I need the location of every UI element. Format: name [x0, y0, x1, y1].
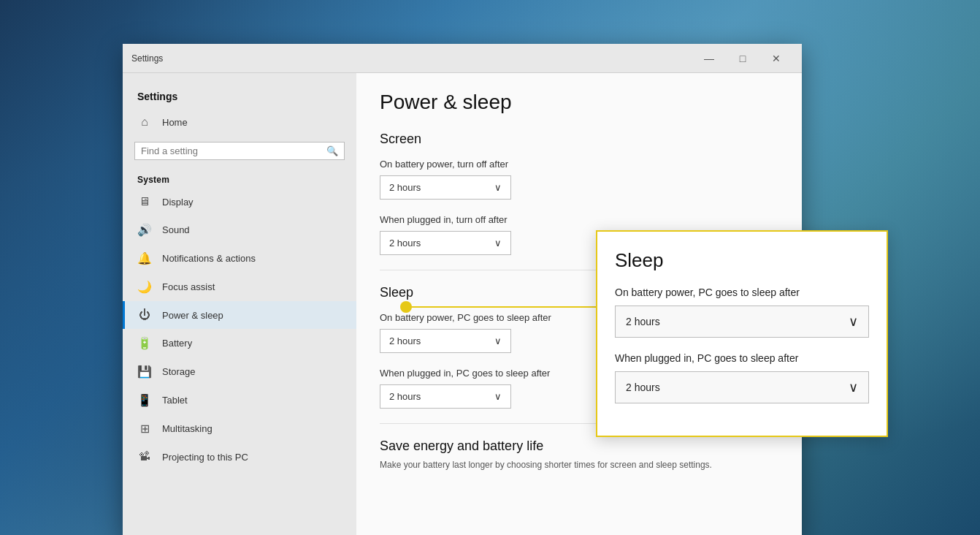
battery-screen-value: 2 hours	[389, 182, 421, 193]
battery-screen-wrapper: On battery power, turn off after 2 hours…	[380, 159, 778, 200]
save-energy-section: Save energy and battery life Make your b…	[380, 439, 778, 470]
page-title: Power & sleep	[380, 91, 778, 114]
sound-icon: 🔊	[137, 223, 152, 237]
projecting-label: Projecting to this PC	[162, 452, 248, 463]
minimize-button[interactable]: —	[692, 47, 726, 70]
plugged-screen-dropdown[interactable]: 2 hours ∨	[380, 231, 511, 255]
plugged-sleep-chevron: ∨	[494, 391, 502, 402]
search-icon: 🔍	[326, 145, 338, 156]
battery-sleep-value: 2 hours	[389, 335, 421, 346]
callout-box: Sleep On battery power, PC goes to sleep…	[596, 230, 888, 437]
callout-plugged-value: 2 hours	[626, 382, 660, 393]
sidebar-item-storage[interactable]: 💾 Storage	[123, 357, 356, 386]
plugged-sleep-dropdown[interactable]: 2 hours ∨	[380, 384, 511, 409]
power-label: Power & sleep	[162, 310, 223, 321]
close-button[interactable]: ✕	[759, 47, 793, 70]
system-section-label: System	[123, 169, 356, 188]
multitasking-icon: ⊞	[137, 422, 152, 436]
callout-plugged-chevron: ∨	[849, 379, 858, 395]
storage-icon: 💾	[137, 365, 152, 379]
callout-plugged-label: When plugged in, PC goes to sleep after	[615, 352, 869, 364]
sidebar-item-focus[interactable]: 🌙 Focus assist	[123, 273, 356, 301]
tablet-icon: 📱	[137, 393, 152, 407]
display-icon: 🖥	[137, 195, 152, 208]
tablet-label: Tablet	[162, 395, 188, 406]
plugged-screen-chevron: ∨	[494, 238, 502, 248]
focus-label: Focus assist	[162, 281, 215, 292]
sidebar-item-home[interactable]: ⌂ Home	[123, 108, 356, 136]
multitasking-label: Multitasking	[162, 423, 213, 434]
battery-label: Battery	[162, 338, 192, 349]
plugged-sleep-value: 2 hours	[389, 391, 421, 402]
titlebar: Settings — □ ✕	[123, 44, 802, 73]
maximize-button[interactable]: □	[726, 47, 759, 70]
projecting-icon: 📽	[137, 450, 152, 463]
home-icon: ⌂	[137, 115, 152, 129]
sidebar-item-sound[interactable]: 🔊 Sound	[123, 216, 356, 244]
sidebar-item-tablet[interactable]: 📱 Tablet	[123, 386, 356, 414]
search-box[interactable]: 🔍	[134, 142, 345, 160]
battery-icon: 🔋	[137, 336, 152, 350]
battery-screen-label: On battery power, turn off after	[380, 159, 778, 170]
plugged-screen-value: 2 hours	[389, 238, 421, 248]
power-icon: ⏻	[137, 308, 152, 322]
sidebar-item-notifications[interactable]: 🔔 Notifications & actions	[123, 244, 356, 273]
sidebar: Settings ⌂ Home 🔍 System 🖥 Display 🔊 Sou…	[123, 73, 356, 535]
sound-label: Sound	[162, 224, 190, 235]
sidebar-title: Settings	[123, 79, 356, 108]
notifications-icon: 🔔	[137, 251, 152, 265]
sidebar-item-display[interactable]: 🖥 Display	[123, 188, 356, 216]
sidebar-item-power[interactable]: ⏻ Power & sleep	[123, 301, 356, 329]
display-label: Display	[162, 197, 194, 208]
callout-title: Sleep	[615, 249, 869, 272]
sidebar-item-multitasking[interactable]: ⊞ Multitasking	[123, 414, 356, 443]
save-energy-title: Save energy and battery life	[380, 439, 778, 454]
battery-screen-dropdown[interactable]: 2 hours ∨	[380, 175, 511, 200]
callout-battery-label: On battery power, PC goes to sleep after	[615, 287, 869, 298]
search-input[interactable]	[141, 145, 326, 156]
battery-screen-chevron: ∨	[494, 182, 502, 193]
home-label: Home	[162, 117, 188, 128]
storage-label: Storage	[162, 366, 196, 377]
focus-icon: 🌙	[137, 280, 152, 294]
sidebar-item-projecting[interactable]: 📽 Projecting to this PC	[123, 443, 356, 471]
save-energy-desc: Make your battery last longer by choosin…	[380, 460, 778, 470]
notifications-label: Notifications & actions	[162, 253, 256, 264]
sidebar-item-battery[interactable]: 🔋 Battery	[123, 329, 356, 357]
window-title: Settings	[131, 53, 692, 64]
callout-plugged-dropdown[interactable]: 2 hours ∨	[615, 371, 869, 403]
window-controls: — □ ✕	[692, 47, 793, 70]
battery-sleep-chevron: ∨	[494, 335, 502, 346]
callout-battery-dropdown[interactable]: 2 hours ∨	[615, 306, 869, 338]
battery-sleep-dropdown[interactable]: 2 hours ∨	[380, 329, 511, 353]
plugged-screen-label: When plugged in, turn off after	[380, 214, 778, 225]
callout-battery-value: 2 hours	[626, 316, 660, 327]
screen-section-heading: Screen	[380, 132, 778, 147]
callout-battery-chevron: ∨	[849, 314, 858, 330]
